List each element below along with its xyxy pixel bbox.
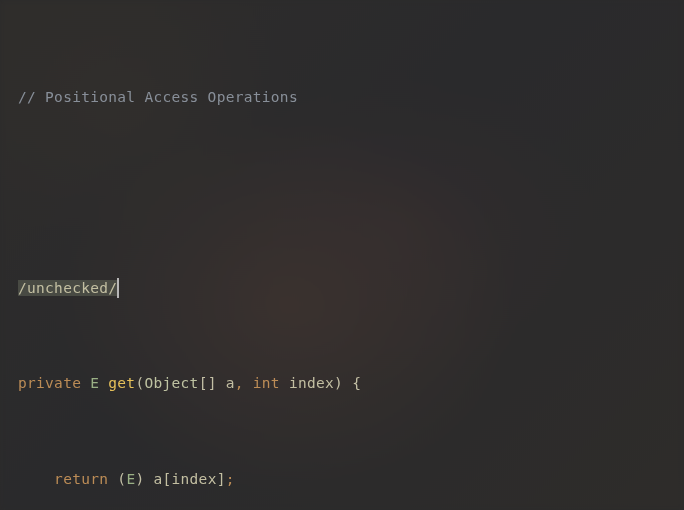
type-E: E — [90, 375, 99, 391]
type-Object: Object — [144, 375, 198, 391]
kw-int: int — [244, 375, 280, 391]
code-line[interactable]: return (E) a[index]; — [18, 464, 684, 496]
kw-private: private — [18, 375, 81, 391]
code-editor[interactable]: // Positional Access Operations /uncheck… — [0, 0, 684, 510]
annotation-unchecked: /unchecked/ — [18, 280, 117, 296]
param-index: index — [280, 375, 334, 391]
code-line[interactable] — [18, 177, 684, 209]
array-access: a[index] — [144, 471, 225, 487]
brackets: [] — [199, 375, 217, 391]
code-line[interactable]: // Positional Access Operations — [18, 82, 684, 114]
paren: ( — [108, 471, 126, 487]
param-a: a — [217, 375, 235, 391]
method-get: get — [108, 375, 135, 391]
kw-return: return — [18, 471, 108, 487]
paren-brace: ) { — [334, 375, 361, 391]
comma: , — [235, 375, 244, 391]
comment-text: // Positional Access Operations — [18, 89, 298, 105]
code-line[interactable]: /unchecked/ — [18, 273, 684, 305]
semicolon: ; — [226, 471, 235, 487]
code-line[interactable]: private E get(Object[] a, int index) { — [18, 368, 684, 400]
